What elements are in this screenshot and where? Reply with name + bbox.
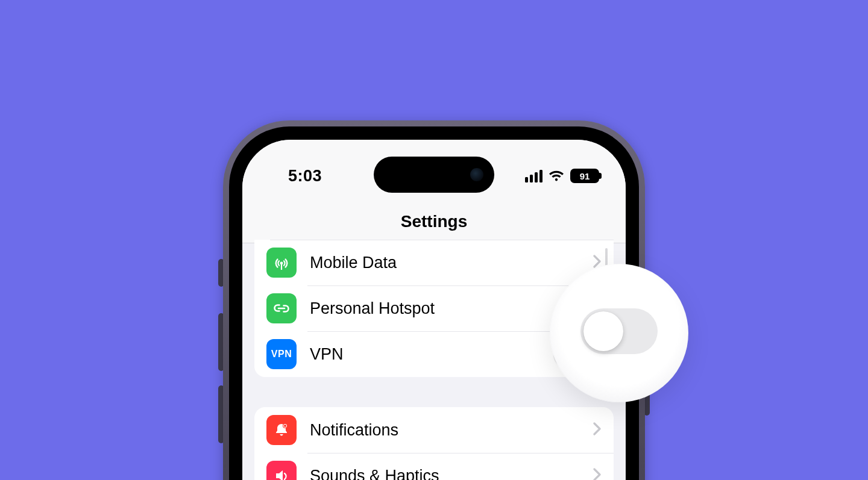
wifi-icon [549, 170, 564, 182]
settings-group-alerts: Notifications [254, 407, 614, 480]
personal-hotspot-icon [266, 293, 297, 323]
svg-rect-1 [281, 264, 282, 270]
row-label: Mobile Data [310, 254, 593, 272]
status-time: 5:03 [269, 167, 341, 185]
row-sounds-haptics[interactable]: Sounds & Haptics [254, 453, 614, 480]
row-label: Personal Hotspot [310, 299, 593, 318]
vpn-toggle-zoomed [580, 308, 658, 354]
chevron-right-icon [593, 422, 602, 438]
vpn-icon-text: VPN [271, 349, 292, 360]
row-label: Notifications [310, 421, 593, 440]
sounds-haptics-icon [266, 461, 297, 480]
row-label: Sounds & Haptics [310, 467, 593, 481]
row-label: VPN [310, 345, 553, 364]
dynamic-island [374, 157, 494, 193]
row-mobile-data[interactable]: Mobile Data [254, 240, 614, 285]
mobile-data-icon [266, 248, 297, 278]
battery-level: 91 [571, 170, 598, 182]
chevron-right-icon [593, 468, 602, 480]
battery-indicator: 91 [570, 169, 599, 183]
cellular-signal-icon [525, 170, 542, 182]
row-notifications[interactable]: Notifications [254, 407, 614, 453]
zoom-callout-vpn-toggle [550, 264, 688, 402]
notifications-icon [266, 415, 297, 445]
vpn-icon: VPN [266, 339, 297, 369]
svg-point-5 [284, 425, 286, 427]
status-indicators: 91 [525, 169, 599, 183]
page-title: Settings [242, 200, 626, 243]
